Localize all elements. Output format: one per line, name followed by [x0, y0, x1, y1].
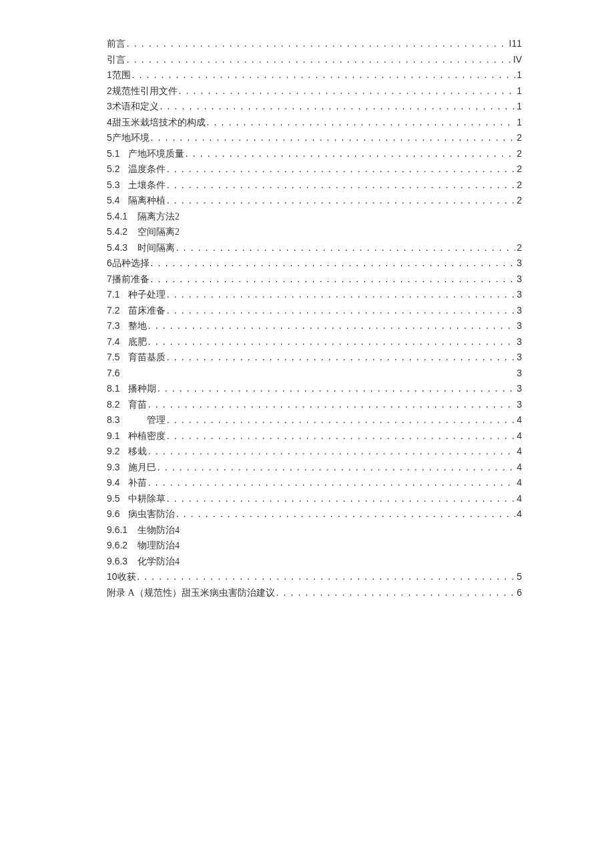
toc-title: 物理防治 — [137, 538, 175, 554]
toc-page: 2 — [517, 193, 522, 209]
toc-dots — [167, 287, 515, 303]
toc-dots — [167, 412, 515, 428]
toc-entry: 10 收获5 — [107, 569, 522, 585]
toc-title: 土壤条件 — [128, 177, 166, 193]
toc-page: 2 — [517, 240, 522, 256]
toc-dots — [148, 444, 515, 460]
toc-entry: 9.6.1生物防治4 — [107, 522, 522, 538]
toc-page: 4 — [517, 412, 522, 428]
toc-title: 育苗基质 — [128, 350, 166, 366]
toc-title: 产地环境质量 — [128, 146, 184, 162]
toc-page: 4 — [175, 554, 180, 570]
toc-prefix: 9.1 — [107, 428, 128, 444]
toc-entry: 8.3 管理4 — [107, 412, 522, 428]
toc-dots — [151, 256, 515, 272]
toc-page: 3 — [517, 256, 522, 272]
toc-title: 术语和定义 — [112, 99, 159, 115]
toc-dots — [158, 460, 515, 476]
toc-dots — [186, 146, 515, 162]
toc-title: 播前准备 — [112, 272, 149, 288]
toc-page: 2 — [517, 130, 522, 146]
toc-prefix: 5.4.2 — [107, 224, 137, 240]
toc-entry: 7.1种子处理3 — [107, 287, 522, 303]
toc-prefix: 8.1 — [107, 381, 128, 397]
toc-page: 2 — [517, 177, 522, 193]
toc-prefix: 9.6 — [107, 506, 128, 522]
toc-dots — [148, 318, 515, 334]
toc-prefix: 2 — [107, 83, 112, 99]
toc-title: 温度条件 — [128, 161, 166, 177]
toc-prefix: 9.6.3 — [107, 554, 137, 570]
toc-prefix: 7 — [107, 272, 112, 288]
toc-entry: 引言 IV — [107, 52, 522, 68]
toc-entry: 2 规范性引用文件1 — [107, 83, 522, 99]
toc-page: 3 — [517, 397, 522, 413]
toc-prefix: 7.3 — [107, 318, 128, 334]
toc-prefix: 10 — [107, 569, 117, 585]
toc-title: 空间隔离 — [137, 224, 175, 240]
toc-page: I11 — [509, 36, 522, 52]
toc-title: 隔离方法 — [137, 209, 175, 225]
toc-entry: 3 术语和定义1 — [107, 99, 522, 115]
toc-page: IV — [513, 52, 522, 68]
toc-dots — [176, 240, 515, 256]
toc-prefix: 7.2 — [107, 303, 128, 319]
toc-title: 规范性引用文件 — [112, 83, 178, 99]
toc-page: 3 — [517, 381, 522, 397]
toc-prefix: 8.3 — [107, 412, 128, 428]
toc-dots — [148, 334, 515, 350]
toc-title: 时间隔离 — [137, 240, 175, 256]
toc-container: 前言I11引言 IV1 范围12 规范性引用文件13 术语和定义14 甜玉米栽培… — [107, 36, 522, 600]
toc-title: 前言 — [107, 36, 125, 52]
toc-prefix: 9.4 — [107, 475, 128, 491]
toc-prefix: 3 — [107, 99, 112, 115]
toc-page: 3 — [517, 334, 522, 350]
toc-entry: 7.2苗床准备3 — [107, 303, 522, 319]
toc-dots — [137, 569, 516, 585]
toc-title: 底肥 — [128, 334, 147, 350]
toc-entry: 5.4.1隔离方法2 — [107, 209, 522, 225]
toc-prefix: 7.6 — [107, 366, 128, 382]
toc-entry: 9.6.3化学防治4 — [107, 554, 522, 570]
toc-entry: 7.63 — [107, 366, 522, 382]
toc-prefix: 9.6.1 — [107, 522, 137, 538]
toc-dots — [158, 381, 515, 397]
toc-page: 1 — [517, 115, 522, 131]
toc-dots — [167, 350, 515, 366]
toc-prefix: 5.4 — [107, 193, 128, 209]
toc-prefix: 8.2 — [107, 397, 128, 413]
toc-page: 3 — [517, 350, 522, 366]
toc-entry: 5 产地环境2 — [107, 130, 522, 146]
toc-entry: 9.1种植密度4 — [107, 428, 522, 444]
toc-dots — [151, 272, 515, 288]
toc-title: 附录 A（规范性）甜玉米病虫害防治建议 — [107, 585, 275, 601]
toc-prefix: 6 — [107, 256, 112, 272]
toc-entry: 5.2温度条件2 — [107, 161, 522, 177]
toc-dots — [167, 303, 515, 319]
toc-title: 补苗 — [128, 475, 147, 491]
toc-prefix: 5.3 — [107, 177, 128, 193]
toc-prefix: 5.4.3 — [107, 240, 137, 256]
toc-page: 3 — [517, 303, 522, 319]
toc-title: 隔离种植 — [128, 193, 166, 209]
toc-page: 2 — [517, 161, 522, 177]
toc-page: 4 — [517, 460, 522, 476]
toc-entry: 8.2育苗3 — [107, 397, 522, 413]
toc-page: 4 — [175, 522, 180, 538]
toc-page: 3 — [517, 318, 522, 334]
toc-page: 3 — [517, 287, 522, 303]
toc-prefix: 9.3 — [107, 460, 128, 476]
toc-entry: 7.5育苗基质3 — [107, 350, 522, 366]
toc-page: 4 — [517, 491, 522, 507]
toc-title: 收获 — [117, 569, 136, 585]
toc-prefix: 5.4.1 — [107, 209, 137, 225]
toc-title: 引言 — [107, 52, 125, 68]
toc-page: 1 — [517, 67, 522, 83]
toc-page: 5 — [517, 569, 522, 585]
toc-prefix: 7.4 — [107, 334, 128, 350]
toc-entry: 附录 A（规范性）甜玉米病虫害防治建议 6 — [107, 585, 522, 601]
toc-entry: 4 甜玉米栽培技术的构成1 — [107, 115, 522, 131]
toc-title: 施月巳 — [128, 460, 156, 476]
toc-entry: 前言I11 — [107, 36, 522, 52]
toc-dots — [276, 585, 516, 601]
